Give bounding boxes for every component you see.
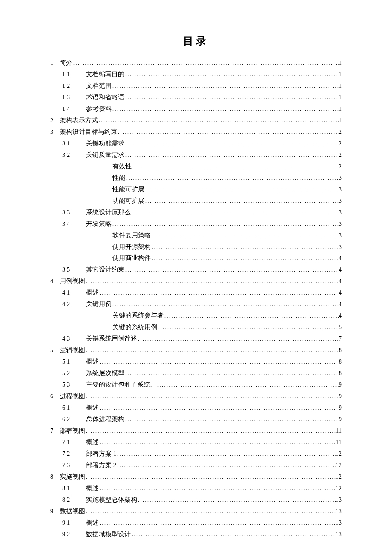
- entry-label: 关键质量需求: [86, 149, 124, 161]
- entry-number: 5.1: [62, 356, 86, 367]
- entry-label: 部署方案 2: [86, 460, 116, 471]
- toc-entry: 6进程视图9: [50, 390, 342, 402]
- leader-dots: [116, 448, 336, 460]
- entry-page: 2: [339, 149, 342, 161]
- leader-dots: [85, 425, 336, 436]
- leader-dots: [99, 356, 339, 367]
- toc-entry: 3.3系统设计原那么3: [50, 207, 342, 218]
- leader-dots: [85, 471, 336, 483]
- toc-entry: 6.1概述9: [50, 402, 342, 413]
- entry-page: 8: [339, 356, 342, 367]
- toc-entry: 3.4开发策略3: [50, 218, 342, 230]
- entry-page: 9: [339, 390, 342, 402]
- entry-number: 1: [50, 57, 60, 69]
- entry-number: 8.1: [62, 483, 86, 494]
- entry-label: 开发策略: [86, 218, 112, 230]
- entry-number: 7: [50, 425, 60, 436]
- toc-entry: 8.2实施模型总体架构13: [50, 494, 342, 506]
- leader-dots: [124, 149, 339, 161]
- leader-dots: [99, 402, 339, 413]
- leader-dots: [124, 92, 339, 103]
- leader-dots: [85, 344, 339, 356]
- toc-entry: 7部署视图11: [50, 425, 342, 436]
- entry-page: 9: [339, 379, 342, 390]
- entry-label: 概述: [86, 517, 99, 529]
- entry-page: 1: [339, 92, 342, 103]
- toc-entry: 3.2关键质量需求2: [50, 149, 342, 161]
- entry-page: 3: [339, 195, 342, 207]
- leader-dots: [99, 436, 336, 448]
- toc-entry: 3.1关键功能需求2: [50, 138, 342, 149]
- entry-number: 6.1: [62, 402, 86, 413]
- entry-label: 功能可扩展: [112, 195, 144, 207]
- leader-dots: [112, 298, 339, 310]
- toc-entry: 9.2数据域模型设计13: [50, 529, 342, 540]
- entry-number: 5: [50, 344, 60, 356]
- entry-label: 性能: [112, 172, 125, 184]
- entry-number: 3: [50, 126, 60, 138]
- entry-label: 逻辑视图: [60, 344, 85, 356]
- toc-entry: 1简介1: [50, 57, 342, 69]
- toc-entry: 功能可扩展3: [50, 195, 342, 207]
- toc-entry: 使用商业构件4: [50, 252, 342, 264]
- leader-dots: [99, 517, 336, 529]
- entry-page: 2: [339, 126, 342, 138]
- entry-page: 12: [336, 460, 342, 471]
- entry-number: 9.2: [62, 529, 86, 540]
- entry-page: 7: [339, 333, 342, 344]
- entry-label: 关键的系统用例: [112, 321, 157, 333]
- entry-number: 3.4: [62, 218, 86, 230]
- entry-page: 11: [336, 425, 342, 436]
- leader-dots: [156, 379, 339, 390]
- toc-entry: 5.1概述8: [50, 356, 342, 367]
- toc-entry: 性能3: [50, 172, 342, 184]
- entry-label: 概述: [86, 436, 99, 448]
- toc-entry: 5逻辑视图8: [50, 344, 342, 356]
- entry-label: 概述: [86, 483, 99, 494]
- entry-number: 7.1: [62, 436, 86, 448]
- entry-page: 1: [339, 115, 342, 126]
- entry-number: 3.2: [62, 149, 86, 161]
- entry-number: 4.2: [62, 298, 86, 310]
- entry-page: 5: [339, 321, 342, 333]
- entry-number: 2: [50, 115, 60, 126]
- entry-label: 文档范围: [86, 80, 112, 92]
- toc-entry: 2架构表示方式1: [50, 115, 342, 126]
- entry-label: 概述: [86, 287, 99, 298]
- entry-label: 数据域模型设计: [86, 529, 131, 540]
- leader-dots: [99, 483, 336, 494]
- toc-entry: 软件复用策略3: [50, 230, 342, 241]
- entry-label: 使用商业构件: [112, 252, 151, 264]
- entry-label: 关键功能需求: [86, 138, 124, 149]
- leader-dots: [112, 103, 339, 115]
- entry-number: 9: [50, 506, 60, 517]
- entry-page: 13: [336, 494, 342, 506]
- entry-page: 3: [339, 241, 342, 253]
- toc-entry: 1.3术语和省略语1: [50, 92, 342, 103]
- entry-number: 7.2: [62, 448, 86, 460]
- entry-page: 3: [339, 218, 342, 230]
- entry-label: 概述: [86, 402, 99, 413]
- leader-dots: [164, 310, 339, 321]
- entry-page: 3: [339, 207, 342, 218]
- toc-entry: 使用开源架构3: [50, 241, 342, 253]
- entry-label: 实施视图: [60, 471, 85, 483]
- entry-label: 关键系统用例简述: [86, 333, 137, 344]
- leader-dots: [151, 230, 339, 241]
- leader-dots: [72, 57, 339, 69]
- leader-dots: [151, 241, 339, 253]
- leader-dots: [112, 218, 339, 230]
- toc-entry: 5.3主要的设计包和子系统、9: [50, 379, 342, 390]
- entry-page: 12: [336, 471, 342, 483]
- entry-label: 总体进程架构: [86, 413, 124, 425]
- toc-entry: 3.5其它设计约束4: [50, 264, 342, 275]
- entry-page: 13: [336, 506, 342, 517]
- entry-page: 4: [339, 264, 342, 275]
- toc-entry: 9.1概述13: [50, 517, 342, 529]
- entry-label: 实施模型总体架构: [86, 494, 137, 506]
- entry-label: 系统层次模型: [86, 367, 124, 379]
- toc-entry: 8实施视图12: [50, 471, 342, 483]
- entry-number: 3.5: [62, 264, 86, 275]
- toc-entry: 5.2系统层次模型8: [50, 367, 342, 379]
- entry-label: 数据视图: [60, 506, 85, 517]
